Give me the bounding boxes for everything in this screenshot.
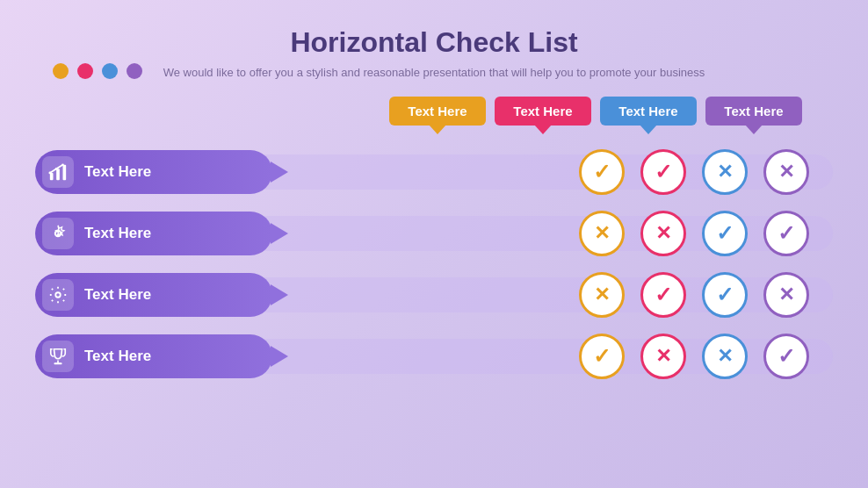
cell-symbol-3-0: ✓	[593, 344, 611, 369]
cell-symbol-1-1: ✕	[655, 222, 671, 245]
cell-symbol-1-2: ✓	[716, 221, 734, 246]
row-label-2: Text Here	[35, 273, 272, 317]
page-title: Horizontal Check List	[35, 18, 833, 59]
svg-point-7	[55, 292, 61, 298]
table-row-2: Text Here✕✓✓✕	[35, 268, 833, 322]
row-label-3: Text Here	[35, 334, 272, 378]
dot-orange	[53, 63, 69, 79]
table-row-0: Text Here✓✓✕✕	[35, 145, 833, 199]
cell-symbol-2-2: ✓	[716, 283, 734, 307]
decorative-dots	[53, 63, 142, 79]
cell-2-3: ✕	[763, 272, 809, 318]
cell-symbol-3-1: ✕	[655, 345, 671, 368]
column-headers: Text Here Text Here Text Here Text Here	[299, 97, 833, 126]
cell-0-1: ✓	[640, 149, 686, 195]
cell-0-2: ✕	[702, 149, 748, 195]
cell-3-0: ✓	[579, 334, 625, 379]
row-icon-3	[42, 341, 74, 372]
col-header-3: Text Here	[701, 97, 807, 126]
cell-1-2: ✓	[702, 211, 748, 256]
cell-symbol-3-3: ✓	[778, 344, 795, 369]
page-subtitle: We would like to offer you a stylish and…	[35, 66, 833, 79]
cell-2-1: ✓	[640, 272, 686, 318]
svg-point-5	[61, 163, 64, 166]
cell-0-0: ✓	[579, 149, 625, 195]
svg-rect-1	[56, 169, 60, 180]
cell-symbol-2-1: ✓	[655, 283, 672, 307]
col-header-label-2: Text Here	[600, 97, 697, 126]
cell-0-3: ✕	[763, 149, 809, 195]
cell-symbol-0-2: ✕	[717, 161, 733, 183]
cell-symbol-1-3: ✓	[778, 221, 795, 246]
cell-symbol-2-3: ✕	[778, 283, 794, 306]
cell-2-0: ✕	[579, 272, 625, 318]
cell-2-2: ✓	[702, 272, 748, 318]
row-icon-2	[42, 279, 74, 311]
col-header-0: Text Here	[385, 97, 490, 126]
cell-1-1: ✕	[640, 211, 686, 256]
cell-symbol-3-2: ✕	[717, 345, 733, 368]
dot-blue	[102, 63, 118, 79]
row-label-0: Text Here	[35, 150, 272, 194]
cell-symbol-1-0: ✕	[594, 222, 610, 245]
cell-symbol-2-0: ✕	[594, 283, 610, 306]
main-content: Text Here Text Here Text Here Text Here …	[35, 97, 833, 384]
svg-point-3	[48, 172, 51, 175]
row-label-text-3: Text Here	[84, 348, 151, 365]
cell-3-3: ✓	[763, 334, 809, 379]
svg-rect-2	[63, 165, 67, 180]
row-stripe-0: ✓✓✕✕	[264, 154, 833, 190]
row-label-1: Text Here	[35, 212, 272, 255]
cell-symbol-0-1: ✓	[655, 160, 672, 184]
dot-purple	[127, 63, 142, 79]
row-stripe-1: ✕✕✓✓	[264, 216, 833, 251]
cell-symbol-0-3: ✕	[778, 161, 794, 183]
row-label-text-1: Text Here	[84, 225, 151, 242]
svg-point-4	[55, 168, 58, 170]
cell-1-0: ✕	[579, 211, 625, 256]
cell-3-1: ✕	[640, 334, 686, 379]
row-label-text-0: Text Here	[84, 163, 151, 181]
cell-symbol-0-0: ✓	[593, 160, 611, 184]
col-header-label-1: Text Here	[495, 97, 591, 126]
row-label-text-2: Text Here	[84, 286, 151, 304]
col-header-1: Text Here	[490, 97, 596, 126]
row-stripe-2: ✕✓✓✕	[264, 277, 833, 312]
dot-pink	[77, 63, 93, 79]
page-container: Horizontal Check List We would like to o…	[0, 0, 868, 488]
col-header-label-0: Text Here	[389, 97, 486, 126]
table-row-3: Text Here✓✕✕✓	[35, 329, 833, 384]
col-header-label-3: Text Here	[705, 97, 802, 126]
table-row-1: Text Here✕✕✓✓	[35, 206, 833, 261]
row-stripe-3: ✓✕✕✓	[264, 339, 833, 374]
row-icon-0	[42, 156, 74, 188]
col-header-2: Text Here	[596, 97, 701, 126]
cell-1-3: ✓	[763, 211, 809, 256]
cell-3-2: ✕	[702, 334, 748, 379]
table-area: Text Here✓✓✕✕Text Here✕✕✓✓Text Here✕✓✓✕T…	[35, 145, 833, 384]
row-icon-1	[42, 218, 74, 249]
